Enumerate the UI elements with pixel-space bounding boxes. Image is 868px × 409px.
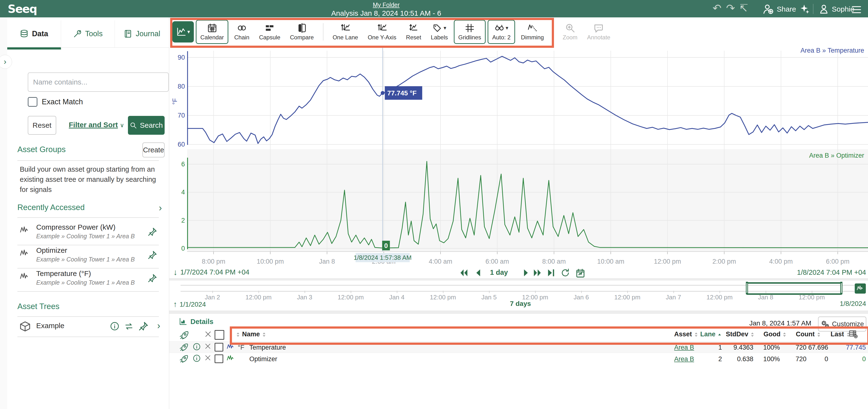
reset-button[interactable]: Reset — [28, 116, 56, 135]
column-header-lane[interactable]: Lane — [700, 330, 724, 339]
auto-update-icon[interactable] — [560, 268, 570, 277]
step-size-label[interactable]: 1 day — [490, 268, 508, 276]
investigate-range-start[interactable]: ↑ 1/1/2024 — [173, 300, 206, 309]
pin-icon[interactable] — [148, 227, 157, 237]
list-item-example-tree[interactable]: Example › — [20, 321, 165, 330]
row-name[interactable]: Optimizer — [249, 355, 277, 363]
recently-accessed-expand-icon[interactable]: › — [159, 203, 162, 213]
remove-icon[interactable] — [205, 354, 211, 363]
overview-trend-button[interactable] — [855, 284, 866, 294]
row-good: 100% — [758, 344, 780, 351]
expand-tree-icon[interactable]: › — [157, 321, 160, 331]
add-column-icon[interactable] — [849, 329, 858, 340]
toolbar-button-auto-2[interactable]: ▾Auto: 2 — [488, 20, 515, 44]
row-name[interactable]: Temperature — [249, 344, 286, 351]
list-item-temperature[interactable]: Temperature (°F) Example » Cooling Tower… — [20, 269, 165, 286]
row-lane: 1 — [708, 344, 722, 351]
column-header-asset[interactable]: Asset — [674, 330, 700, 339]
step-back-icon[interactable] — [473, 268, 483, 277]
lane-icon — [377, 23, 387, 33]
panel-resize-bar[interactable] — [169, 311, 868, 314]
row-unit: °F — [238, 344, 244, 351]
tab-journal[interactable]: Journal — [115, 20, 169, 47]
reset-icon — [409, 23, 418, 33]
toolbar-button-labels[interactable]: ▾Labels — [427, 21, 452, 43]
row-asset-link[interactable]: Area B — [674, 355, 694, 363]
row-checkbox[interactable] — [215, 343, 223, 353]
exact-match-option[interactable]: Exact Match — [28, 97, 83, 107]
redo-icon[interactable]: ↷ — [726, 3, 735, 13]
toolbar-button-gridlines[interactable]: Gridlines — [454, 20, 486, 44]
toolbar-button-capsule[interactable]: Capsule — [255, 21, 284, 43]
column-header-count[interactable]: Count — [796, 330, 823, 339]
recently-accessed-heading: Recently Accessed — [18, 203, 85, 212]
reset-range-icon[interactable] — [575, 268, 585, 278]
sidebar-rail: › — [0, 18, 7, 409]
row-checkbox[interactable] — [215, 354, 223, 365]
list-item-compressor-power[interactable]: Compressor Power (kW) Example » Cooling … — [20, 223, 165, 240]
pin-icon[interactable] — [148, 250, 157, 260]
rocket-icon[interactable] — [180, 343, 188, 353]
remove-icon[interactable] — [205, 343, 211, 351]
filter-and-sort-link[interactable]: Filter and Sort ∨ — [69, 121, 124, 129]
svg-text:4:00 am: 4:00 am — [429, 258, 452, 265]
svg-text:6:00 pm: 6:00 pm — [826, 258, 850, 265]
skip-to-now-icon[interactable] — [546, 268, 556, 277]
breadcrumb[interactable]: My Folder — [338, 1, 434, 8]
investigate-range-end[interactable]: 1/8/2024 — [818, 300, 866, 308]
rocket-icon[interactable] — [180, 330, 188, 341]
rocket-icon[interactable] — [180, 354, 188, 364]
create-asset-group-button[interactable]: Create — [143, 142, 165, 157]
investigate-duration[interactable]: 7 days — [496, 300, 545, 308]
trend-chart[interactable]: 607080900246°FArea B » TemperatureArea B… — [169, 44, 868, 267]
redo-all-icon[interactable]: ↸ — [739, 3, 748, 13]
search-input[interactable] — [28, 72, 169, 92]
toolbar-button-reset[interactable]: Reset — [402, 21, 425, 43]
svg-text:90: 90 — [178, 54, 185, 61]
info-icon[interactable] — [193, 354, 200, 364]
row-count: 720 — [785, 355, 806, 363]
pin-icon[interactable] — [148, 273, 157, 283]
toolbar-button-dimming[interactable]: Dimming — [517, 21, 548, 43]
info-icon[interactable] — [110, 322, 119, 331]
remove-all-icon[interactable] — [205, 330, 212, 340]
toolbar-button-chain[interactable]: Chain — [230, 21, 253, 43]
user-menu[interactable]: Sophie — [819, 4, 854, 14]
row-asset-link[interactable]: Area B — [674, 344, 694, 351]
ai-assistant-icon[interactable] — [800, 4, 810, 14]
toolbar-button-one-y-axis[interactable]: One Y-Axis — [364, 21, 400, 43]
undo-icon[interactable]: ↶ — [713, 3, 721, 13]
seeq-logo[interactable]: Seeq — [8, 2, 37, 16]
step-forward-icon[interactable] — [521, 268, 531, 277]
list-item-optimizer[interactable]: Optimizer Example » Cooling Tower 1 » Ar… — [20, 246, 165, 263]
share-button[interactable]: Share — [763, 4, 796, 14]
display-range-end[interactable]: 1/8/2024 7:04 PM +04 — [763, 268, 866, 276]
toolbar-button-compare[interactable]: Compare — [286, 21, 318, 43]
display-range-start[interactable]: ↓ 1/7/2024 7:04 PM +04 — [173, 267, 249, 277]
tab-tools[interactable]: Tools — [61, 20, 115, 47]
row-stddev: 9.4363 — [724, 344, 753, 351]
column-header-good[interactable]: Good — [764, 330, 788, 339]
hamburger-menu-icon[interactable] — [851, 4, 862, 15]
toolbar-button-one-lane[interactable]: One Lane — [329, 21, 362, 43]
details-row-optimizer[interactable]: Optimizer Area B 2 0.638 100% 720 0 0 — [169, 353, 868, 364]
toolbar-button-trend[interactable]: ▾ — [172, 21, 194, 42]
info-icon[interactable] — [193, 343, 200, 352]
select-all-checkbox[interactable] — [215, 330, 224, 342]
search-button[interactable]: Search — [128, 116, 165, 135]
overview-selection[interactable] — [747, 282, 842, 295]
toolbar-button-calendar[interactable]: Calendar — [196, 20, 228, 44]
swap-icon[interactable] — [124, 322, 134, 331]
column-header-name[interactable]: Name — [234, 330, 268, 339]
pin-icon[interactable] — [138, 321, 149, 331]
step-forward-large-icon[interactable] — [532, 268, 542, 277]
tab-data[interactable]: Data — [7, 20, 61, 50]
svg-text:1/8/2024 1:57:38 AM: 1/8/2024 1:57:38 AM — [353, 254, 411, 261]
row-count: 720 — [785, 344, 806, 351]
exact-match-checkbox[interactable] — [28, 97, 37, 107]
capsule-icon — [265, 23, 274, 33]
column-header-stddev[interactable]: StdDev — [726, 330, 756, 339]
step-back-large-icon[interactable] — [459, 268, 469, 277]
details-row-temperature[interactable]: °F Temperature Area B 1 9.4363 100% 720 … — [169, 341, 868, 353]
svg-text:Area B » Temperature: Area B » Temperature — [800, 47, 864, 54]
